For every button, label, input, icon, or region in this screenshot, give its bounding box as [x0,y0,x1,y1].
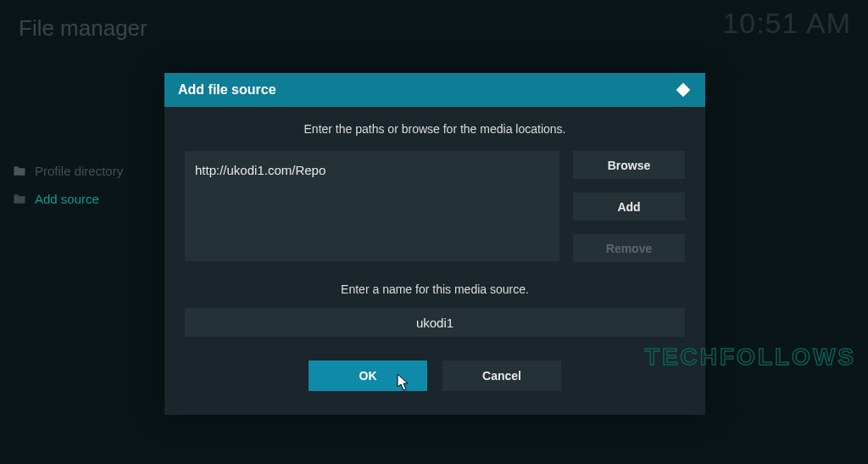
ok-button[interactable]: OK [309,361,427,391]
dialog-body: Enter the paths or browse for the media … [164,107,705,415]
cancel-button[interactable]: Cancel [442,361,561,391]
folder-icon [13,193,26,204]
add-file-source-dialog: Add file source Enter the paths or brows… [164,73,705,415]
sidebar-item-label: Profile directory [35,164,123,178]
dialog-title: Add file source [178,82,276,98]
page-title: File manager [19,15,147,42]
name-instruction: Enter a name for this media source. [185,282,685,296]
sidebar-item-profile-directory[interactable]: Profile directory [8,157,127,185]
dialog-buttons: OK Cancel [185,361,685,391]
sidebar-item-label: Add source [35,192,99,206]
folder-icon [13,165,26,176]
paths-instruction: Enter the paths or browse for the media … [185,122,685,136]
remove-button: Remove [573,234,685,262]
paths-row: http://ukodi1.com/Repo Browse Add Remove [185,151,685,262]
browse-button[interactable]: Browse [573,151,685,179]
paths-input[interactable]: http://ukodi1.com/Repo [185,151,559,261]
clock: 10:51 AM [722,7,851,40]
dialog-header: Add file source [164,73,705,107]
add-button[interactable]: Add [573,193,685,221]
path-buttons: Browse Add Remove [573,151,685,262]
source-name-input[interactable]: ukodi1 [185,308,685,337]
kodi-logo-icon [675,81,692,98]
sidebar-item-add-source[interactable]: Add source [8,185,127,213]
sidebar: Profile directory Add source [8,157,127,213]
